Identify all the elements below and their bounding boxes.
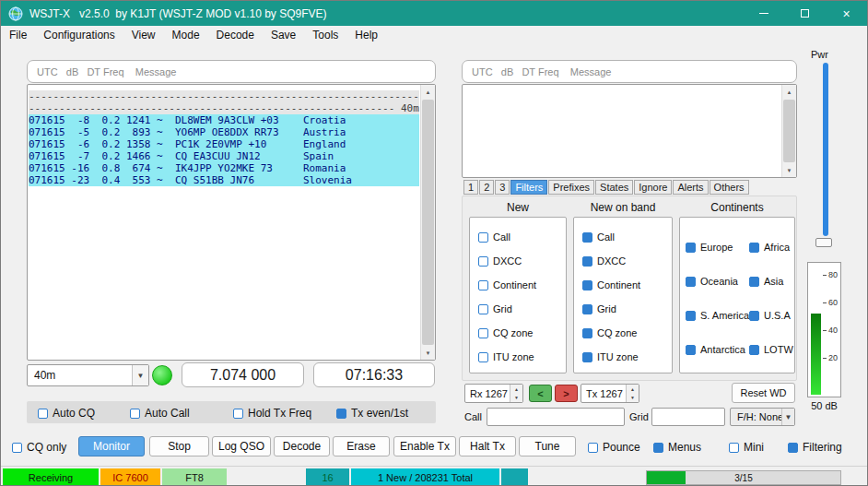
mini-checkbox[interactable]: Mini — [729, 441, 764, 454]
tx-freq-spinner[interactable]: Tx 1267 ▲▼ — [581, 384, 639, 403]
checkbox-label: Filtering — [803, 441, 842, 454]
checkbox-box — [788, 443, 798, 453]
checkbox-label: Mini — [744, 441, 764, 454]
filter-new-dxcc[interactable]: DXCC — [478, 255, 522, 267]
filter-tabs: 1 2 3 Filters Prefixes States Ignore Ale… — [463, 180, 749, 195]
menus-checkbox[interactable]: Menus — [653, 441, 701, 454]
tab-states[interactable]: States — [595, 180, 633, 195]
filter-nob-itu-zone[interactable]: ITU zone — [582, 351, 639, 362]
rx-freq-spinner[interactable]: Rx 1267 ▲▼ — [464, 384, 523, 403]
checkbox-box — [478, 232, 488, 243]
pounce-checkbox[interactable]: Pounce — [588, 441, 640, 454]
signal-meter: 80 60 40 20 — [807, 262, 841, 397]
tune-button[interactable]: Tune — [519, 436, 576, 456]
tab-others[interactable]: Others — [710, 180, 749, 195]
tab-filters[interactable]: Filters — [510, 180, 547, 195]
menu-view[interactable]: View — [123, 27, 164, 43]
decode-row[interactable]: 071615 -7 0.2 1466 ~ CQ EA3CUU JN12Spain — [29, 150, 419, 162]
checkbox-box — [582, 280, 592, 290]
erase-button[interactable]: Erase — [333, 436, 390, 456]
filter-continent-oceania[interactable]: Oceania — [686, 276, 738, 287]
reset-wd-button[interactable]: Reset WD — [732, 383, 795, 403]
checkbox-label: ITU zone — [493, 351, 534, 362]
menu-mode[interactable]: Mode — [164, 27, 208, 43]
close-button[interactable]: × — [826, 1, 867, 26]
prev-freq-button[interactable]: < — [529, 385, 552, 402]
scroll-down-icon[interactable]: ▼ — [421, 346, 435, 360]
filter-new-grid[interactable]: Grid — [478, 303, 512, 314]
decode-button[interactable]: Decode — [274, 436, 330, 456]
scroll-up-icon[interactable]: ▲ — [782, 85, 796, 99]
auto-call-checkbox[interactable]: Auto Call — [130, 407, 190, 420]
right-scrollbar[interactable]: ▲ ▼ — [781, 85, 796, 177]
filter-continent-europe[interactable]: Europe — [686, 242, 733, 253]
filter-continent-antarctica[interactable]: Antarctica — [686, 344, 745, 355]
tab-3[interactable]: 3 — [495, 180, 510, 195]
filtering-checkbox[interactable]: Filtering — [788, 441, 842, 454]
filter-nob-grid[interactable]: Grid — [582, 303, 616, 314]
filter-continent-usa[interactable]: U.S.A — [749, 310, 791, 321]
menu-help[interactable]: Help — [346, 27, 386, 43]
filter-new-call[interactable]: Call — [478, 231, 510, 243]
monitor-button[interactable]: Monitor — [78, 436, 145, 456]
halt-tx-button[interactable]: Halt Tx — [459, 436, 516, 456]
pwr-slider-track[interactable] — [823, 63, 828, 236]
menu-configurations[interactable]: Configurations — [35, 27, 123, 43]
scroll-thumb[interactable] — [422, 100, 434, 345]
tx-even-checkbox[interactable]: Tx even/1st — [336, 407, 408, 420]
rx-freq-value: Rx 1267 — [470, 388, 508, 399]
filter-continent-lotw[interactable]: LOTW — [749, 344, 793, 355]
menu-file[interactable]: File — [1, 27, 35, 43]
decode-row[interactable]: 071615 -8 0.2 1241 ~ DL8WEM 9A3CLW +03Cr… — [29, 114, 419, 126]
scroll-down-icon[interactable]: ▼ — [782, 163, 796, 177]
tab-alerts[interactable]: Alerts — [673, 180, 708, 195]
tab-ignore[interactable]: Ignore — [634, 180, 672, 195]
filter-nob-call[interactable]: Call — [582, 231, 615, 243]
filter-nob-cq-zone[interactable]: CQ zone — [582, 327, 637, 338]
filter-new-continent[interactable]: Continent — [478, 279, 536, 290]
cq-only-checkbox[interactable]: CQ only — [12, 441, 66, 454]
next-freq-button[interactable]: > — [555, 385, 578, 402]
meter-tick: 80 — [823, 270, 838, 279]
decode-row[interactable]: 071615 -23 0.4 553 ~ CQ S51BB JN76Sloven… — [29, 174, 419, 186]
right-decode-header: UTC dB DT Freq Message — [462, 60, 797, 83]
minimize-button[interactable] — [743, 1, 784, 26]
decode-row[interactable]: 071615 -16 0.8 674 ~ IK4JPP YO2MKE 73Rom… — [29, 162, 419, 174]
checkbox-label: Hold Tx Freq — [248, 407, 311, 420]
spinner-arrows[interactable]: ▲▼ — [510, 385, 522, 402]
grid-input[interactable] — [651, 408, 725, 426]
menu-save[interactable]: Save — [263, 27, 304, 43]
filter-continent-s-america[interactable]: S. America — [686, 310, 749, 321]
filter-nob-continent[interactable]: Continent — [582, 279, 640, 290]
decode-row[interactable]: 071615 -5 0.2 893 ~ YO6MP OE8DDX RR73Aus… — [29, 126, 419, 138]
filter-new-cq-zone[interactable]: CQ zone — [478, 327, 533, 338]
tab-prefixes[interactable]: Prefixes — [548, 180, 594, 195]
chevron-down-icon: ▼ — [132, 365, 148, 385]
tab-1[interactable]: 1 — [463, 180, 478, 195]
pwr-slider-handle[interactable] — [815, 238, 832, 247]
checkbox-box — [336, 409, 346, 419]
log-qso-button[interactable]: Log QSO — [212, 436, 271, 456]
stop-button[interactable]: Stop — [149, 436, 209, 456]
call-input[interactable] — [487, 408, 625, 426]
decode-row[interactable]: 071615 -6 0.2 1358 ~ PC1K 2E0VMP +10Engl… — [29, 138, 419, 150]
scroll-up-icon[interactable]: ▲ — [421, 85, 435, 99]
checkbox-label: Europe — [700, 242, 733, 253]
tab-2[interactable]: 2 — [479, 180, 494, 195]
hold-tx-freq-checkbox[interactable]: Hold Tx Freq — [233, 407, 311, 420]
menu-tools[interactable]: Tools — [304, 27, 346, 43]
left-scrollbar[interactable]: ▲ ▼ — [420, 85, 435, 360]
menu-decode[interactable]: Decode — [208, 27, 263, 43]
filter-new-itu-zone[interactable]: ITU zone — [478, 351, 534, 362]
filter-nob-dxcc[interactable]: DXCC — [582, 255, 626, 267]
fh-mode-select[interactable]: F/H: None ▼ — [730, 408, 795, 426]
spinner-arrows[interactable]: ▲▼ — [626, 385, 639, 402]
scroll-thumb[interactable] — [783, 100, 795, 162]
enable-tx-button[interactable]: Enable Tx — [393, 436, 456, 456]
filter-continent-africa[interactable]: Africa — [749, 242, 790, 253]
band-select[interactable]: 40m ▼ — [27, 364, 149, 386]
checkbox-label: Grid — [493, 303, 512, 314]
maximize-button[interactable] — [784, 1, 826, 26]
auto-cq-checkbox[interactable]: Auto CQ — [38, 407, 95, 420]
filter-continent-asia[interactable]: Asia — [749, 276, 783, 287]
